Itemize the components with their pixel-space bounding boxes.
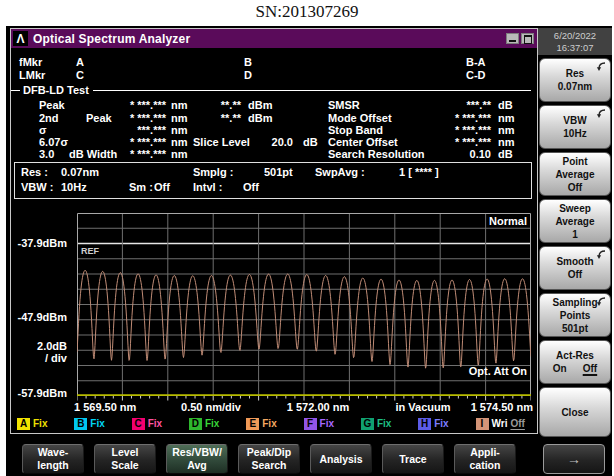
button-label: Res xyxy=(566,68,584,79)
y-bottom-label: -57.9dBm xyxy=(11,387,67,399)
button-label: Average xyxy=(555,169,594,180)
fnkey-application[interactable]: Appli- cation xyxy=(454,444,516,474)
window-titlebar: Λ Optical Spectrum Analyzer xyxy=(11,29,537,48)
trace-c[interactable]: C Fix xyxy=(132,418,162,430)
trace-i-active[interactable]: I Wri Off xyxy=(476,418,525,430)
button-label: Sampling xyxy=(552,297,597,308)
status-row-1: Res : 0.07nm Smplg : 501pt SwpAvg : 1 [ … xyxy=(15,166,531,179)
fmkr-row: fMkr A B B-A xyxy=(11,56,537,69)
fnkey-next-page[interactable]: → xyxy=(543,444,605,474)
trace-letter-box: F xyxy=(304,418,317,430)
param-unit-right: nm xyxy=(498,124,515,136)
fnkey-peak-dip-search[interactable]: Peak/Dip Search xyxy=(238,444,300,474)
trace-b[interactable]: B Fix xyxy=(74,418,104,430)
trace-state: Fix xyxy=(377,418,391,429)
slice-level-label: Slice Level xyxy=(193,136,250,148)
dfb-row-sigma: σ ***.*** nm Stop Band * ***.*** nm xyxy=(11,124,537,136)
trace-letter-box: H xyxy=(418,418,431,430)
button-label: Sweep xyxy=(559,203,591,214)
window-title: Optical Spectrum Analyzer xyxy=(33,32,190,46)
sweep-average-button[interactable]: Sweep Average 1 xyxy=(539,199,611,243)
param-unit: nm xyxy=(171,124,188,136)
fnkey-level-scale[interactable]: Level Scale xyxy=(94,444,156,474)
param-value: * ***.*** xyxy=(86,136,166,148)
trace-d[interactable]: D Fix xyxy=(189,418,219,430)
param-name-right: Mode Offset xyxy=(328,112,392,124)
param-value-right: 0.10 xyxy=(409,148,491,160)
res-label: Res : xyxy=(21,166,48,178)
act-res-off-option[interactable]: Off xyxy=(583,363,597,374)
trace-g[interactable]: G Fix xyxy=(361,418,391,430)
param-unit2: dBm xyxy=(248,112,272,124)
lmkr-row: LMkr C D C-D xyxy=(11,69,537,82)
param-name: σ xyxy=(39,124,47,136)
sampling-points-button[interactable]: Sampling Points 501pt xyxy=(539,293,611,337)
param-name: 6.07σ xyxy=(39,136,68,148)
minimize-button[interactable] xyxy=(506,33,519,44)
dfb-row-peak: Peak * ***.*** nm **.** dBm SMSR ***.** … xyxy=(11,99,537,111)
trace-state: Fix xyxy=(262,418,276,429)
interval-label: Intvl : xyxy=(193,181,222,193)
fnkey-trace[interactable]: Trace xyxy=(382,444,444,474)
smooth-value: Off xyxy=(154,181,170,193)
fnkey-label: Peak/Dip xyxy=(247,446,291,459)
close-button[interactable]: Close xyxy=(539,387,611,437)
trace-e[interactable]: E Fix xyxy=(246,418,276,430)
status-row-2: VBW : 10Hz Sm : Off Intvl : Off xyxy=(15,181,531,194)
x-center-label: 1 572.00 nm xyxy=(269,401,367,413)
fmkr-b: B xyxy=(244,56,252,68)
fmkr-a: A xyxy=(76,56,84,68)
fnkey-analysis[interactable]: Analysis xyxy=(310,444,372,474)
button-value: 1 xyxy=(572,229,578,240)
res-button[interactable]: Res 0.07nm xyxy=(539,58,611,102)
submenu-arrow-icon xyxy=(596,250,606,260)
button-value: 10Hz xyxy=(563,128,586,139)
param-value: * ***.*** xyxy=(106,112,166,124)
trace-state: Fix xyxy=(434,418,448,429)
act-res-on-option[interactable]: On xyxy=(553,363,567,374)
param-unit-right: dB xyxy=(498,148,513,160)
param-unit-right: dB xyxy=(498,99,513,111)
param-value-right: * ***.*** xyxy=(409,124,491,136)
y-scale-label: 2.0dB xyxy=(11,340,67,352)
param-value-right: * ***.*** xyxy=(409,112,491,124)
optical-attenuator-label: Opt. Att On xyxy=(411,365,527,377)
trace-a[interactable]: A Fix xyxy=(17,418,47,430)
param-unit: nm xyxy=(171,148,188,160)
fnkey-label: Appli- xyxy=(470,446,500,459)
fnkey-label: Wave- xyxy=(38,446,69,459)
param-unit2: dBm xyxy=(248,99,272,111)
param-value2: **.** xyxy=(201,112,241,124)
trace-letter-box: I xyxy=(476,418,489,430)
fnkey-res-vbw-avg[interactable]: Res/VBW/ Avg xyxy=(166,444,228,474)
trace-h[interactable]: H Fix xyxy=(418,418,448,430)
act-res-button[interactable]: Act-Res On Off xyxy=(539,340,611,384)
datetime-display: 6/20/2022 16:37:07 xyxy=(538,28,612,55)
trace-state: Fix xyxy=(33,418,47,429)
button-value: 501pt xyxy=(562,323,588,334)
x-stop-label: 1 574.50 nm xyxy=(455,401,533,413)
fnkey-wavelength[interactable]: Wave- length xyxy=(22,444,84,474)
trace-f[interactable]: F Fix xyxy=(304,418,334,430)
fnkey-label: Trace xyxy=(399,453,426,466)
lmkr-d: D xyxy=(244,69,252,81)
submenu-arrow-icon xyxy=(596,62,606,72)
fnkey-label: Search xyxy=(251,459,286,472)
vbw-button[interactable]: VBW 10Hz xyxy=(539,105,611,149)
function-key-row: Wave- length Level Scale Res/VBW/ Avg Pe… xyxy=(6,440,612,476)
submenu-arrow-icon xyxy=(596,109,606,119)
button-label: VBW xyxy=(563,115,586,126)
divider-line xyxy=(11,90,20,91)
param-name: 3.0 xyxy=(39,148,54,160)
param-value: * ***.*** xyxy=(106,148,166,160)
param-name-right: Center Offset xyxy=(328,136,398,148)
point-average-button[interactable]: Point Average Off xyxy=(539,152,611,196)
smooth-button[interactable]: Smooth Off xyxy=(539,246,611,290)
trace-state: Fix xyxy=(148,418,162,429)
fmkr-b-minus-a: B-A xyxy=(466,56,486,68)
param-unit: nm xyxy=(171,112,188,124)
fnkey-label: Analysis xyxy=(319,453,362,466)
restore-button[interactable] xyxy=(521,33,534,44)
osa-window: Λ Optical Spectrum Analyzer fMkr A B B-A… xyxy=(10,28,538,434)
serial-number: SN:201307269 xyxy=(0,2,614,22)
